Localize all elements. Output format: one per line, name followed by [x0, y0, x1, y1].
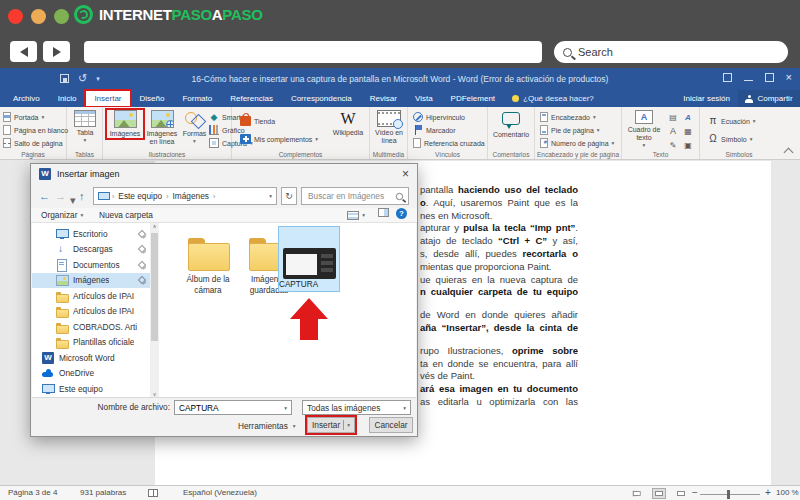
browser-search-input[interactable] — [576, 45, 766, 59]
proofing-icon[interactable] — [148, 489, 158, 497]
sidebar-item-onedrive[interactable]: OneDrive — [32, 366, 150, 382]
zoom-slider-thumb[interactable] — [727, 490, 730, 499]
video-en-linea-button[interactable]: Vídeo en línea — [374, 110, 404, 145]
drop-cap-icon[interactable]: A — [666, 125, 680, 138]
tab-vista[interactable]: Vista — [406, 90, 442, 107]
dialog-back-icon[interactable]: ← — [39, 188, 50, 204]
tab-formato[interactable]: Formato — [173, 90, 221, 107]
dialog-close-icon[interactable]: × — [402, 165, 409, 183]
filetype-dropdown[interactable]: Todas las imágenes ▾ — [302, 400, 411, 415]
referencia-cruzada-button[interactable]: Referencia cruzada — [413, 137, 485, 149]
filename-input[interactable] — [175, 403, 284, 413]
collapse-ribbon-icon[interactable] — [785, 146, 792, 153]
tab-insertar[interactable]: Insertar — [85, 90, 130, 107]
web-layout-icon[interactable] — [674, 488, 688, 499]
simbolo-button[interactable]: ΩSímbolo▾ — [708, 133, 756, 145]
maximize-traffic-light-icon[interactable] — [54, 9, 69, 24]
pagina-en-blanco-button[interactable]: Página en blanco — [3, 124, 68, 136]
sidebar-scrollbar[interactable]: ∧ ∨ — [150, 223, 159, 397]
marcador-button[interactable]: Marcador — [413, 124, 485, 136]
herramientas-button[interactable]: Herramientas ▾ — [238, 419, 296, 433]
sidebar-item-cobrados-arti[interactable]: COBRADOS. Arti — [32, 319, 150, 335]
dialog-search-input[interactable] — [306, 190, 395, 202]
scroll-up-icon[interactable]: ∧ — [150, 223, 159, 229]
address-bar[interactable] — [84, 41, 542, 63]
language-indicator[interactable]: Español (Venezuela) — [183, 486, 257, 500]
tab-archivo[interactable]: Archivo — [4, 90, 49, 107]
tienda-button[interactable]: Tienda — [240, 115, 318, 127]
formas-button[interactable]: Formas ▾ — [181, 110, 208, 144]
organizar-button[interactable]: Organizar▾ — [41, 208, 83, 222]
dialog-titlebar[interactable]: W Insertar imagen × — [31, 164, 417, 184]
sidebar-item-descargas[interactable]: Descargas — [32, 242, 150, 258]
sidebar-item-documentos[interactable]: Documentos — [32, 257, 150, 273]
dialog-forward-icon[interactable]: → — [55, 188, 66, 204]
refresh-icon[interactable]: ↻ — [281, 187, 297, 205]
mis-complementos-button[interactable]: Mis complementos▾ — [240, 133, 318, 145]
date-time-icon[interactable]: ▦ — [681, 125, 695, 138]
views-button[interactable]: ▾ — [347, 208, 365, 222]
cuadro-de-texto-button[interactable]: A Cuadro de texto ▾ — [624, 110, 664, 148]
nueva-carpeta-button[interactable]: Nueva carpeta — [99, 208, 153, 222]
dialog-history-dropdown-icon[interactable]: ▾ — [70, 192, 76, 208]
forward-button[interactable] — [43, 41, 70, 62]
hipervinculo-button[interactable]: Hipervínculo — [413, 111, 485, 123]
tab-diseno[interactable]: Diseño — [131, 90, 174, 107]
dialog-search-box[interactable] — [301, 187, 409, 205]
tabla-button[interactable]: Tabla ▾ — [71, 110, 99, 143]
wordart-icon[interactable]: A — [681, 111, 695, 124]
wikipedia-button[interactable]: W Wikipedia — [330, 110, 366, 137]
folder-tile-album[interactable]: Álbum de la cámara — [177, 238, 239, 296]
close-traffic-light-icon[interactable] — [8, 9, 23, 24]
comentario-button[interactable]: Comentario — [491, 110, 531, 139]
share-button[interactable]: Compartir — [738, 90, 800, 107]
tab-correspondencia[interactable]: Correspondencia — [282, 90, 361, 107]
zoom-level[interactable]: 100 % — [776, 486, 799, 500]
restore-icon[interactable] — [765, 73, 774, 82]
back-button[interactable] — [10, 41, 37, 62]
sidebar-item-este-equipo[interactable]: Este equipo — [32, 381, 150, 397]
file-tile-captura-selected[interactable]: CAPTURA — [278, 226, 340, 292]
sidebar-item-art-culos-de-ipai[interactable]: Artículos de IPAI — [32, 288, 150, 304]
tab-revisar[interactable]: Revisar — [361, 90, 406, 107]
sidebar-item-microsoft-word[interactable]: Microsoft Word — [32, 350, 150, 366]
quick-parts-icon[interactable]: ▤ — [666, 111, 680, 124]
undo-icon[interactable]: ↺ — [78, 73, 87, 84]
tab-referencias[interactable]: Referencias — [221, 90, 282, 107]
dialog-up-icon[interactable]: ↑ — [79, 188, 85, 204]
insertar-split-dropdown-icon[interactable]: ▾ — [347, 422, 350, 428]
zoom-in-icon[interactable]: + — [765, 486, 771, 500]
imagenes-button[interactable]: Imágenes — [107, 110, 143, 138]
print-layout-icon[interactable] — [652, 488, 666, 499]
sidebar-item-art-culos-de-ipai[interactable]: Artículos de IPAI — [32, 304, 150, 320]
word-count[interactable]: 931 palabras — [80, 486, 126, 500]
tell-me-box[interactable]: ¿Qué desea hacer? — [504, 90, 602, 107]
breadcrumb-este-equipo[interactable]: Este equipo — [118, 191, 162, 201]
ribbon-display-options-icon[interactable] — [723, 73, 732, 82]
breadcrumb-imagenes[interactable]: Imágenes — [173, 191, 209, 201]
insertar-button[interactable]: Insertar ▾ — [307, 417, 355, 433]
preview-pane-button[interactable] — [378, 208, 389, 217]
sidebar-item-escritorio[interactable]: Escritorio — [32, 226, 150, 242]
help-button[interactable]: ? — [396, 208, 407, 219]
read-mode-icon[interactable] — [630, 488, 644, 499]
numero-de-pagina-button[interactable]: Número de página▾ — [540, 137, 614, 149]
zoom-out-icon[interactable]: − — [692, 486, 698, 500]
portada-button[interactable]: Portada▾ — [3, 111, 68, 123]
sign-in-button[interactable]: Iniciar sesión — [683, 90, 730, 107]
browser-search[interactable] — [554, 41, 788, 63]
cancelar-button[interactable]: Cancelar — [369, 417, 413, 433]
imagenes-en-linea-button[interactable]: Imágenes en línea — [145, 110, 179, 146]
salto-de-pagina-button[interactable]: Salto de página — [3, 137, 68, 149]
ecuacion-button[interactable]: πEcuación▾ — [708, 115, 756, 127]
breadcrumb[interactable]: › Este equipo › Imágenes › ▾ — [93, 187, 277, 205]
save-icon[interactable] — [60, 74, 69, 83]
pie-de-pagina-button[interactable]: Pie de página▾ — [540, 124, 614, 136]
sidebar-item-im-genes[interactable]: Imágenes — [32, 273, 150, 289]
zoom-slider[interactable] — [700, 494, 760, 495]
minimize-icon[interactable] — [744, 80, 753, 81]
filename-dropdown-icon[interactable]: ▾ — [284, 405, 287, 411]
tab-pdfelement[interactable]: PDFelement — [442, 90, 504, 107]
page-indicator[interactable]: Página 3 de 4 — [8, 486, 57, 500]
sidebar-item-plantillas-oficiale[interactable]: Plantillas oficiale — [32, 335, 150, 351]
